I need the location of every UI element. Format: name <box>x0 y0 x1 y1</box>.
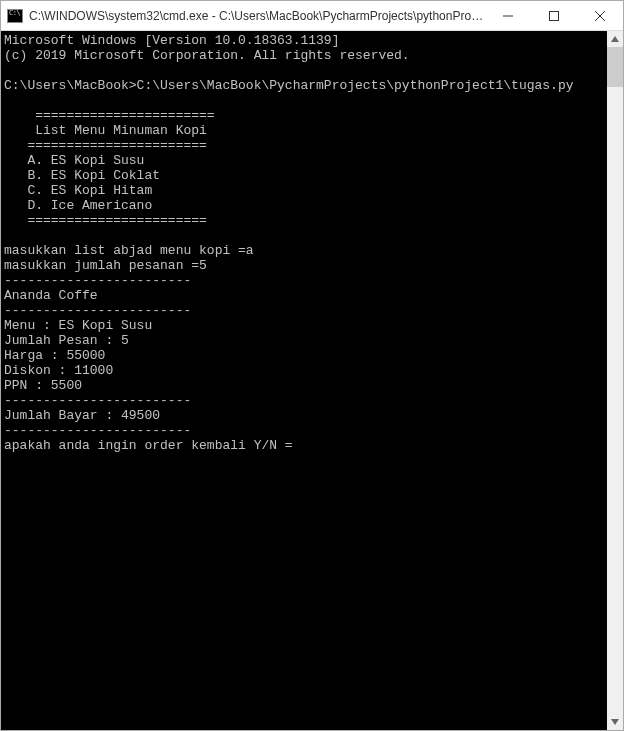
cmd-window: C:\WINDOWS\system32\cmd.exe - C:\Users\M… <box>0 0 624 731</box>
svg-rect-1 <box>550 11 559 20</box>
cmd-icon <box>7 8 23 24</box>
maximize-button[interactable] <box>531 1 577 31</box>
output-line: Harga : 55000 <box>4 348 105 363</box>
output-line: Menu : ES Kopi Susu <box>4 318 152 333</box>
scroll-thumb[interactable] <box>607 47 623 87</box>
output-line: ======================= <box>4 108 215 123</box>
vertical-scrollbar[interactable] <box>607 31 623 730</box>
output-line: C. ES Kopi Hitam <box>4 183 152 198</box>
output-line: ======================= <box>4 213 207 228</box>
output-line: Jumlah Bayar : 49500 <box>4 408 160 423</box>
close-button[interactable] <box>577 1 623 31</box>
titlebar[interactable]: C:\WINDOWS\system32\cmd.exe - C:\Users\M… <box>1 1 623 31</box>
output-line: ======================= <box>4 138 207 153</box>
output-line: Diskon : 11000 <box>4 363 113 378</box>
scroll-up-button[interactable] <box>607 31 623 47</box>
window-controls <box>485 1 623 31</box>
output-line: (c) 2019 Microsoft Corporation. All righ… <box>4 48 410 63</box>
minimize-button[interactable] <box>485 1 531 31</box>
output-line: Jumlah Pesan : 5 <box>4 333 129 348</box>
output-line: Microsoft Windows [Version 10.0.18363.11… <box>4 33 339 48</box>
output-line: A. ES Kopi Susu <box>4 153 144 168</box>
output-line: PPN : 5500 <box>4 378 82 393</box>
output-line: masukkan list abjad menu kopi =a <box>4 243 254 258</box>
output-line: Ananda Coffe <box>4 288 98 303</box>
output-line: ------------------------ <box>4 273 191 288</box>
output-line: ------------------------ <box>4 303 191 318</box>
output-line: B. ES Kopi Coklat <box>4 168 160 183</box>
output-line: apakah anda ingin order kembali Y/N = <box>4 438 293 453</box>
console-output[interactable]: Microsoft Windows [Version 10.0.18363.11… <box>1 31 607 730</box>
output-line: List Menu Minuman Kopi <box>4 123 207 138</box>
output-line: D. Ice Americano <box>4 198 152 213</box>
output-line: masukkan jumlah pesanan =5 <box>4 258 207 273</box>
console-area: Microsoft Windows [Version 10.0.18363.11… <box>1 31 623 730</box>
output-line: ------------------------ <box>4 423 191 438</box>
scroll-down-button[interactable] <box>607 714 623 730</box>
output-line: ------------------------ <box>4 393 191 408</box>
scroll-track[interactable] <box>607 47 623 714</box>
window-title: C:\WINDOWS\system32\cmd.exe - C:\Users\M… <box>29 9 485 23</box>
output-line: C:\Users\MacBook>C:\Users\MacBook\Pychar… <box>4 78 574 93</box>
